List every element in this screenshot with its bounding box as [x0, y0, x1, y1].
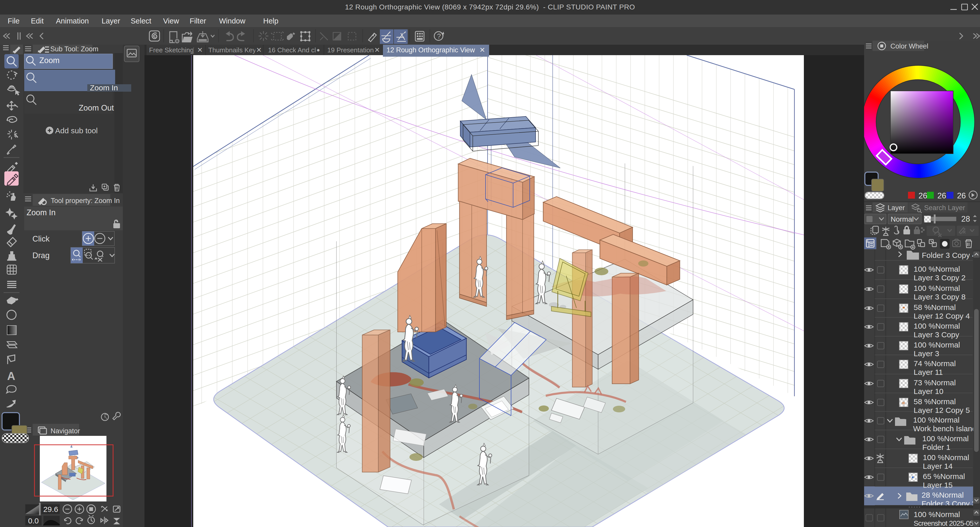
svg-text:Layer: Layer	[888, 204, 905, 212]
svg-text:Folder 3 Copy 4: Folder 3 Copy 4	[922, 251, 976, 260]
svg-text:65 %Normal: 65 %Normal	[923, 472, 965, 481]
svg-text:A: A	[7, 370, 15, 382]
svg-text:Search Layer: Search Layer	[924, 204, 965, 212]
svg-text:Layer 3 Copy 2: Layer 3 Copy 2	[914, 274, 966, 282]
svg-text:100 %Normal: 100 %Normal	[914, 284, 960, 292]
svg-text:Navigator: Navigator	[51, 427, 80, 435]
svg-text:73 %Normal: 73 %Normal	[914, 378, 956, 387]
svg-text:Normal: Normal	[891, 215, 914, 223]
svg-text:100 %Normal: 100 %Normal	[914, 322, 960, 330]
svg-text:Zoom In: Zoom In	[90, 83, 118, 92]
svg-text:Layer 3: Layer 3	[914, 349, 939, 358]
svg-text:Sub Tool: Zoom: Sub Tool: Zoom	[50, 45, 99, 53]
svg-text:Zoom In: Zoom In	[27, 208, 56, 217]
svg-text:Add sub tool: Add sub tool	[55, 126, 98, 135]
svg-text:26: 26	[957, 191, 966, 200]
svg-text:28: 28	[961, 215, 970, 223]
svg-text:26: 26	[918, 191, 927, 200]
svg-text:?: ?	[437, 32, 441, 40]
svg-text:0.0: 0.0	[28, 516, 39, 525]
svg-text:29.6: 29.6	[43, 505, 58, 513]
svg-text:Zoom: Zoom	[39, 56, 59, 65]
svg-text:Layer 14: Layer 14	[923, 462, 953, 470]
svg-text:Color Wheel: Color Wheel	[890, 42, 928, 50]
svg-text:Screenshot 2025-05-14 160: Screenshot 2025-05-14 160	[914, 519, 980, 527]
svg-text:Drag: Drag	[32, 251, 49, 260]
svg-text:28 %Normal: 28 %Normal	[921, 491, 964, 499]
svg-text:26: 26	[937, 191, 946, 200]
svg-text:Layer 12 Copy 5: Layer 12 Copy 5	[914, 406, 970, 414]
svg-text:100 %Normal: 100 %Normal	[914, 510, 960, 519]
svg-text:Layer 11: Layer 11	[914, 368, 943, 376]
svg-text:100 %Normal: 100 %Normal	[923, 453, 969, 462]
svg-text:Folder 1: Folder 1	[922, 443, 950, 451]
svg-text:Work bench Island: Work bench Island	[913, 424, 977, 433]
svg-text:Layer 3 Copy: Layer 3 Copy	[914, 330, 959, 339]
svg-text:100 %Normal: 100 %Normal	[922, 434, 969, 443]
svg-text:Layer 15: Layer 15	[923, 481, 953, 489]
svg-text:Zoom Out: Zoom Out	[79, 103, 114, 112]
svg-text:100 %Normal: 100 %Normal	[913, 416, 959, 424]
svg-text:74 %Normal: 74 %Normal	[914, 359, 956, 368]
svg-text:Layer 3 Copy 8: Layer 3 Copy 8	[914, 293, 966, 301]
svg-text:58 %Normal: 58 %Normal	[914, 303, 956, 312]
svg-text:Tool property: Zoom In: Tool property: Zoom In	[51, 197, 120, 204]
svg-text:Layer 10: Layer 10	[914, 387, 943, 395]
svg-text:100 %Normal: 100 %Normal	[914, 341, 960, 349]
svg-text:Click: Click	[32, 234, 50, 243]
svg-text:Layer 12 Copy 4: Layer 12 Copy 4	[914, 312, 970, 320]
svg-text:100 %Normal: 100 %Normal	[914, 265, 960, 273]
svg-text:58 %Normal: 58 %Normal	[914, 397, 956, 406]
